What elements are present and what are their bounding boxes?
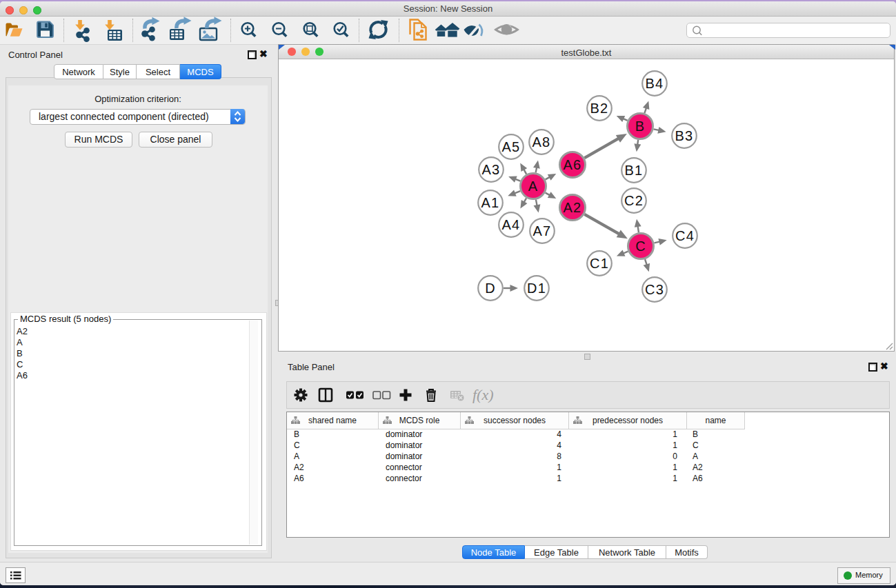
svg-text:A3: A3 [482,162,501,177]
svg-text:A6: A6 [564,157,582,172]
svg-text:A1: A1 [481,195,500,210]
svg-text:B1: B1 [625,163,644,178]
svg-text:D: D [485,281,496,296]
svg-text:C3: C3 [645,282,664,297]
svg-text:C2: C2 [624,193,644,208]
svg-text:A2: A2 [564,200,582,215]
svg-text:B: B [635,119,646,134]
svg-text:B4: B4 [646,76,664,91]
svg-text:A4: A4 [502,217,521,232]
svg-text:A5: A5 [502,139,521,154]
svg-text:A8: A8 [532,134,551,150]
svg-text:B2: B2 [590,101,609,116]
svg-text:C4: C4 [675,228,695,243]
svg-text:C: C [635,239,646,254]
svg-text:C1: C1 [590,256,609,271]
svg-text:B3: B3 [675,128,694,143]
svg-text:A7: A7 [533,223,552,239]
svg-text:D1: D1 [527,281,546,296]
svg-text:A: A [528,179,539,194]
